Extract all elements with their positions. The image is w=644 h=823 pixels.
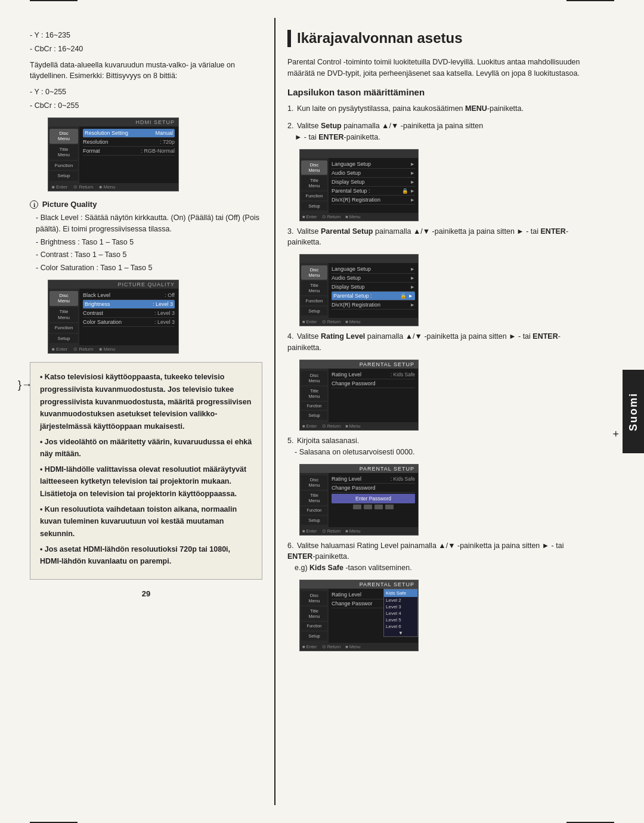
p2-password: Change Password <box>332 484 415 493</box>
sidebar-function: Function <box>49 161 78 171</box>
s3-parental: Parental Setup : 🔒 ► <box>332 292 415 301</box>
pq-sidebar-title-menu: TitleMenu <box>49 307 78 322</box>
pq-row-brightness: Brightness : Level 3 <box>83 300 175 309</box>
password-dots <box>332 505 415 509</box>
s3-setup: Setup <box>301 307 327 315</box>
side-tab: Suomi <box>623 370 644 453</box>
sidebar-setup: Setup <box>49 171 78 181</box>
p2-disc: DiscMenu <box>301 475 327 490</box>
step2-footer: ■ Enter ⊙ Return ■ Menu <box>300 213 418 221</box>
parental3-title: PARENTAL SETUP <box>300 580 418 589</box>
p3-function: Function <box>301 622 327 630</box>
bold-note-3: • HDMI-lähdölle valittavissa olevat reso… <box>40 463 252 500</box>
menu-row-resolution-setting: Resolution Setting Manual <box>83 129 175 138</box>
s2-divx: DivX(R) Registration ► <box>332 196 415 205</box>
pq-row-black-level: Black Level : Off <box>83 291 175 300</box>
y-range-top: - Y : 16~235 <box>30 30 262 41</box>
s2-audio: Audio Setup ► <box>332 169 415 178</box>
parental-menu-2: PARENTAL SETUP DiscMenu TitleMenu Functi… <box>299 464 419 536</box>
step-2: 2. Valitse Setup painamalla ▲/▼ -painike… <box>287 120 590 143</box>
pq-menu-sidebar: DiscMenu TitleMenu Function Setup <box>48 289 79 346</box>
menu-row-resolution: Resolution : 720p <box>83 138 175 147</box>
p3-disc: DiscMenu <box>301 591 327 605</box>
dropdown-kids-safe: Kids Safe <box>384 589 417 597</box>
step3-sidebar: DiscMenu TitleMenu Function Setup <box>300 263 329 318</box>
parental2-content: Rating Level : Kids Safe Change Password… <box>329 473 418 527</box>
step-3: 3. Valitse Parental Setup painamalla ▲/▼… <box>287 226 590 249</box>
bold-note-2: • Jos videolähtö on määritetty väärin, k… <box>40 436 252 460</box>
s3-display: Display Setup ► <box>332 283 415 292</box>
picture-quality-menu: PICTURE QUALITY DiscMenu TitleMenu Funct… <box>48 280 179 354</box>
p2-setup: Setup <box>301 516 327 525</box>
pq-sidebar-setup: Setup <box>49 334 78 344</box>
step3-content: Language Setup ► Audio Setup ► Display S… <box>329 263 418 318</box>
parental3-footer: ■ Enter ⊙ Return ■ Menu <box>300 643 418 651</box>
s2-language: Language Setup ► <box>332 160 415 169</box>
pq-item-4: Color Saturation : Taso 1 – Taso 5 <box>36 262 262 274</box>
pq-row-contrast: Contrast : Level 3 <box>83 309 175 318</box>
right-column: Ikärajavalvonnan asetus Parental Control… <box>274 18 620 805</box>
dropdown-level2: Level 2 <box>384 597 417 604</box>
top-border-right <box>566 0 614 1</box>
cbcr-range-mid: - CbCr : 0~255 <box>30 100 262 112</box>
parental1-content: Rating Level : Kids Safe Change Password <box>329 369 418 423</box>
parental-menu-1: PARENTAL SETUP DiscMenu TitleMenu Functi… <box>299 360 419 431</box>
p2-function: Function <box>301 506 327 515</box>
step6-sub: e.g) Kids Safe -tason valitseminen. <box>295 562 590 574</box>
p1-rating: Rating Level : Kids Safe <box>332 370 415 379</box>
p1-function: Function <box>301 402 327 410</box>
step3-menu-title <box>300 255 418 263</box>
rating-dropdown: Kids Safe Level 2 Level 3 Level 4 Level … <box>383 589 418 637</box>
y-range-mid: - Y : 0~255 <box>30 86 262 98</box>
y-cbcr-range-top: - Y : 16~235 - CbCr : 16~240 <box>30 30 262 55</box>
dropdown-level3: Level 3 <box>384 604 417 610</box>
step-5: 5. Kirjoita salasanasi. - Salasana on ol… <box>287 435 590 458</box>
p1-setup: Setup <box>301 411 327 420</box>
picture-quality-section: ℹ Picture Quality <box>30 200 262 209</box>
bold-note-4: • Kun resoluutiota vaihdetaan toiston ai… <box>40 503 252 540</box>
sidebar-title-menu: TitleMenu <box>49 145 78 160</box>
step5-sub: - Salasana on oletusarvoisesti 0000. <box>295 447 590 458</box>
step-4: 4. Valitse Rating Level painamalla ▲/▼ -… <box>287 331 590 354</box>
s3-divx: DivX(R) Registration ► <box>332 301 415 310</box>
picture-quality-list: Black Level : Säätää näytön kirkkautta. … <box>36 212 262 274</box>
step2-menu-title <box>300 150 418 158</box>
top-border-left <box>30 0 78 1</box>
subsection-heading: Lapsilukon tason määrittäminen <box>287 87 590 97</box>
s2-disc-menu: DiscMenu <box>301 160 327 175</box>
bold-note-5: • Jos asetat HDMI-lähdön resoluutioksi 7… <box>40 543 252 568</box>
s2-setup: Setup <box>301 202 327 211</box>
s3-disc-menu: DiscMenu <box>301 265 327 280</box>
s3-title-menu: TitleMenu <box>301 281 327 295</box>
step-6: 6. Valitse haluamasi Rating Level painam… <box>287 540 590 574</box>
pq-sidebar-function: Function <box>49 323 78 333</box>
step2-content: Language Setup ► Audio Setup ► Display S… <box>329 158 418 213</box>
cbcr-range-top: - CbCr : 16~240 <box>30 44 262 55</box>
p2-title: TitleMenu <box>301 491 327 505</box>
s3-audio: Audio Setup ► <box>332 274 415 283</box>
dropdown-level4: Level 4 <box>384 610 417 617</box>
p1-password: Change Password <box>332 379 415 388</box>
s2-display: Display Setup ► <box>332 178 415 187</box>
parental2-title: PARENTAL SETUP <box>300 465 418 473</box>
parental1-title: PARENTAL SETUP <box>300 360 418 369</box>
p1-disc: DiscMenu <box>301 371 327 385</box>
parental3-content: Rating Level Kids Safe Change Passwor Ki… <box>329 589 418 643</box>
hdmi-menu-sidebar: DiscMenu TitleMenu Function Setup <box>48 126 79 184</box>
step3-footer: ■ Enter ⊙ Return ■ Menu <box>300 318 418 326</box>
intro-text: Parental Control -toiminto toimii luokit… <box>287 57 590 79</box>
pq-menu-content: Black Level : Off Brightness : Level 3 C… <box>79 289 178 346</box>
parental2-footer: ■ Enter ⊙ Return ■ Menu <box>300 527 418 535</box>
pq-item-1: Black Level : Säätää näytön kirkkautta. … <box>36 212 262 235</box>
step2-sidebar: DiscMenu TitleMenu Function Setup <box>300 158 329 213</box>
picture-quality-heading: ℹ Picture Quality <box>30 200 262 209</box>
page-number: 29 <box>30 589 262 598</box>
parental-menu-3: PARENTAL SETUP DiscMenu TitleMenu Functi… <box>299 580 419 651</box>
pq-item-2: Brightness : Taso 1 – Taso 5 <box>36 237 262 248</box>
paragraph1-text: Täydellä data-alueella kuvaruudun musta-… <box>30 60 262 82</box>
p1-title: TitleMenu <box>301 386 327 401</box>
pq-sidebar-disc-menu: DiscMenu <box>49 291 78 306</box>
left-column: - Y : 16~235 - CbCr : 16~240 Täydellä da… <box>0 18 274 805</box>
dropdown-level5: Level 5 <box>384 617 417 623</box>
paragraph1: Täydellä data-alueella kuvaruudun musta-… <box>30 60 262 82</box>
